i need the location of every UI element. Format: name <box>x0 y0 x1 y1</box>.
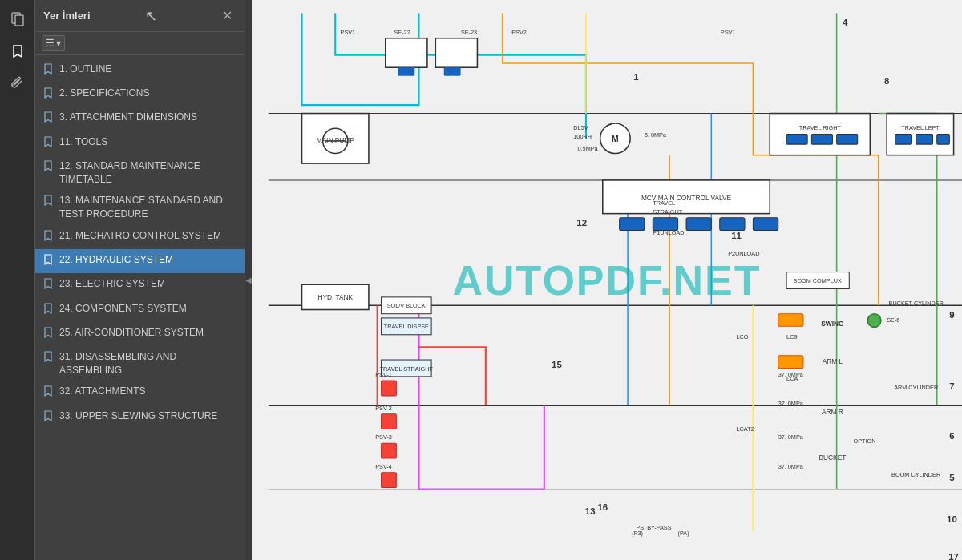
svg-text:ARM R: ARM R <box>822 408 843 416</box>
nav-item-4[interactable]: 11. TOOLS <box>35 131 245 155</box>
svg-text:STRAIGHT: STRAIGHT <box>653 208 682 216</box>
options-button[interactable]: ☰ ▾ <box>42 35 65 51</box>
svg-text:SE-23: SE-23 <box>461 29 477 36</box>
nav-item-10[interactable]: 24. COMPONENTS SYSTEM <box>35 298 245 322</box>
bookmark-icon-5 <box>43 160 55 175</box>
svg-text:TRAVEL DISPSE: TRAVEL DISPSE <box>384 323 429 330</box>
svg-rect-81 <box>778 356 803 369</box>
nav-item-14[interactable]: 33. UPPER SLEWING STRUCTURE <box>35 405 245 429</box>
nav-item-label-1: 1. OUTLINE <box>59 62 238 76</box>
bookmarks-panel: Yer İmleri ↖ ✕ ☰ ▾ 1. OUTLINE2. SPECIFIC… <box>35 0 245 560</box>
svg-rect-26 <box>895 135 912 145</box>
svg-text:100RH: 100RH <box>573 133 592 140</box>
svg-text:PSV-2: PSV-2 <box>375 405 392 412</box>
nav-item-5[interactable]: 12. STANDARD MAINTENANCE TIMETABLE <box>35 155 245 191</box>
svg-rect-14 <box>620 218 645 231</box>
bookmark-icon-3 <box>43 111 55 127</box>
svg-text:LCAT2: LCAT2 <box>737 425 754 433</box>
svg-text:LCO: LCO <box>737 333 749 340</box>
nav-item-label-6: 13. MAINTENANCE STANDARD AND TEST PROCED… <box>59 194 238 221</box>
main-content: MAIN PUMP MCV MAIN CONTROL VALVE TRAVEL … <box>252 0 962 560</box>
svg-text:TRAVEL RIGHT: TRAVEL RIGHT <box>799 124 842 131</box>
svg-point-92 <box>867 314 881 328</box>
svg-text:15: 15 <box>552 360 562 369</box>
nav-item-label-4: 11. TOOLS <box>59 135 238 149</box>
svg-text:P1UNLOAD: P1UNLOAD <box>653 229 684 236</box>
nav-item-8[interactable]: 22. HYDRAULIC SYSTEM <box>35 249 245 273</box>
svg-text:5: 5 <box>949 473 955 482</box>
svg-text:37. 0MPa: 37. 0MPa <box>778 371 804 378</box>
svg-rect-21 <box>786 135 807 145</box>
svg-rect-76 <box>444 67 461 75</box>
svg-rect-53 <box>382 381 397 396</box>
svg-text:7: 7 <box>949 381 954 391</box>
nav-item-label-11: 25. AIR-CONDITIONER SYSTEM <box>59 326 238 340</box>
svg-text:PSV2: PSV2 <box>511 29 527 36</box>
nav-item-9[interactable]: 23. ELECTRIC SYSTEM <box>35 273 245 297</box>
bookmark-icon-8 <box>43 254 55 269</box>
nav-item-label-14: 33. UPPER SLEWING STRUCTURE <box>59 409 238 423</box>
svg-rect-23 <box>837 135 858 145</box>
bookmark-icon-7 <box>43 230 55 245</box>
diagram-area[interactable]: MAIN PUMP MCV MAIN CONTROL VALVE TRAVEL … <box>252 0 962 560</box>
nav-item-label-3: 3. ATTACHMENT DIMENSIONS <box>59 111 238 124</box>
svg-text:13: 13 <box>585 506 596 516</box>
svg-text:0.5MPa: 0.5MPa <box>578 145 599 152</box>
svg-text:SE-22: SE-22 <box>394 29 410 36</box>
bookmark-icon-9 <box>43 278 55 293</box>
nav-item-label-10: 24. COMPONENTS SYSTEM <box>59 302 238 316</box>
svg-text:10: 10 <box>947 514 957 524</box>
bookmark-icon-10 <box>43 303 55 318</box>
svg-text:PSV-4: PSV-4 <box>375 463 392 470</box>
svg-rect-74 <box>435 38 477 67</box>
bookmarks-icon[interactable] <box>5 38 30 64</box>
svg-text:4: 4 <box>843 18 848 27</box>
svg-text:OPTION: OPTION <box>853 437 875 445</box>
svg-text:PSV-3: PSV-3 <box>375 433 392 441</box>
svg-text:TRAVEL: TRAVEL <box>653 199 675 207</box>
sidebar-title: Yer İmleri <box>43 10 91 22</box>
svg-text:SWING: SWING <box>821 320 843 328</box>
svg-text:PSV1: PSV1 <box>721 29 736 36</box>
svg-text:BUCKET: BUCKET <box>819 453 847 461</box>
sidebar-toolbar: ☰ ▾ <box>35 32 245 55</box>
attachments-icon[interactable] <box>5 71 30 96</box>
svg-rect-59 <box>382 473 397 488</box>
nav-items-list: 1. OUTLINE2. SPECIFICATIONS3. ATTACHMENT… <box>35 55 245 560</box>
nav-item-2[interactable]: 2. SPECIFICATIONS <box>35 83 245 107</box>
close-button[interactable]: ✕ <box>218 6 236 25</box>
svg-text:1: 1 <box>633 72 639 82</box>
svg-text:SOL/V BLOCK: SOL/V BLOCK <box>387 302 426 309</box>
svg-rect-73 <box>386 38 427 67</box>
nav-item-11[interactable]: 25. AIR-CONDITIONER SYSTEM <box>35 322 245 346</box>
svg-text:5. 0MPa: 5. 0MPa <box>645 131 667 139</box>
resize-handle[interactable] <box>245 0 252 560</box>
bookmark-icon-11 <box>43 327 55 342</box>
nav-item-12[interactable]: 31. DISASSEMBLING AND ASSEMBLING <box>35 346 245 381</box>
svg-text:LC9: LC9 <box>786 333 797 340</box>
svg-text:37. 0MPa: 37. 0MPa <box>778 400 804 407</box>
hydraulic-diagram-svg: MAIN PUMP MCV MAIN CONTROL VALVE TRAVEL … <box>252 0 962 560</box>
nav-item-13[interactable]: 32. ATTACHMENTS <box>35 381 245 405</box>
nav-item-7[interactable]: 21. MECHATRO CONTROL SYSTEM <box>35 225 245 249</box>
bookmark-icon-4 <box>43 136 55 151</box>
bookmark-icon-1 <box>43 63 55 79</box>
pages-icon[interactable] <box>5 6 30 32</box>
svg-text:17: 17 <box>948 552 959 560</box>
nav-item-label-7: 21. MECHATRO CONTROL SYSTEM <box>59 229 238 243</box>
svg-text:8: 8 <box>884 76 890 86</box>
svg-text:ARM CYLINDER: ARM CYLINDER <box>894 384 938 391</box>
nav-item-1[interactable]: 1. OUTLINE <box>35 58 245 83</box>
svg-text:BOOM CYLINDER: BOOM CYLINDER <box>891 471 940 478</box>
nav-item-label-8: 22. HYDRAULIC SYSTEM <box>59 253 238 267</box>
nav-item-6[interactable]: 13. MAINTENANCE STANDARD AND TEST PROCED… <box>35 190 245 225</box>
bookmark-icon-2 <box>43 87 55 103</box>
nav-item-label-2: 2. SPECIFICATIONS <box>59 87 238 100</box>
bookmark-icon-14 <box>43 410 55 425</box>
svg-text:BOOM COMPLUX: BOOM COMPLUX <box>794 277 842 284</box>
svg-text:BUCKET CYLINDER: BUCKET CYLINDER <box>889 300 944 307</box>
svg-text:16: 16 <box>597 502 608 512</box>
dropdown-arrow: ▾ <box>56 38 61 49</box>
nav-item-3[interactable]: 3. ATTACHMENT DIMENSIONS <box>35 107 245 131</box>
svg-rect-57 <box>382 443 397 458</box>
